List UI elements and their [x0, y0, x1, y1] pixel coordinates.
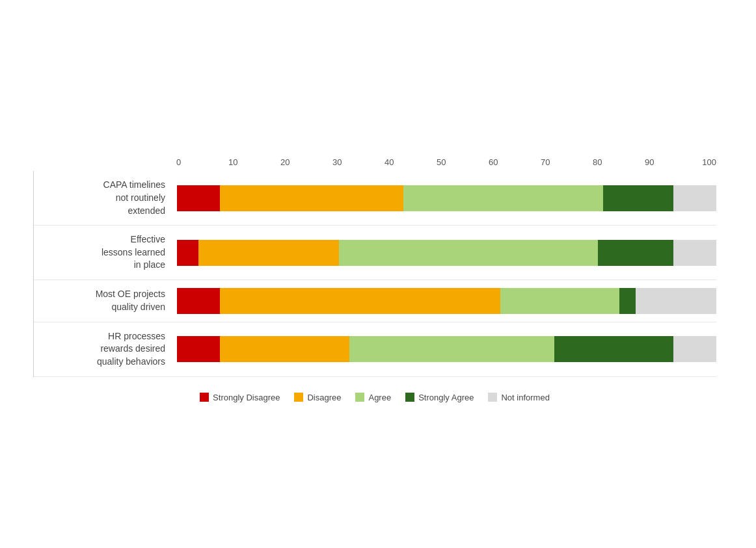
legend-box-4	[488, 393, 497, 402]
segments-1	[177, 240, 716, 266]
x-tick-50: 50	[437, 157, 489, 167]
row-label-0: CAPA timelinesnot routinelyextended	[34, 179, 177, 217]
legend-box-1	[294, 393, 303, 402]
chart-row-3: HR processesrewards desiredquality behav…	[34, 322, 716, 377]
x-tick-0: 0	[176, 157, 228, 167]
legend-label-0: Strongly Disagree	[213, 393, 280, 402]
segment-stronglyAgree-3	[554, 336, 673, 362]
x-tick-10: 10	[228, 157, 280, 167]
bar-wrapper-3	[177, 336, 716, 362]
legend-item-3: Strongly Agree	[405, 393, 474, 402]
x-axis: 0102030405060708090100	[176, 157, 716, 167]
segment-stronglyAgree-0	[603, 185, 673, 211]
x-tick-80: 80	[593, 157, 645, 167]
legend-box-0	[200, 393, 209, 402]
legend-label-3: Strongly Agree	[418, 393, 474, 402]
segment-stronglyDisagree-3	[177, 336, 220, 362]
legend: Strongly DisagreeDisagreeAgreeStrongly A…	[33, 393, 716, 402]
chart-row-1: Effectivelessons learnedin place	[34, 226, 716, 280]
legend-box-3	[405, 393, 414, 402]
segment-stronglyDisagree-1	[177, 240, 198, 266]
chart-rows: CAPA timelinesnot routinelyextendedEffec…	[33, 171, 716, 376]
x-tick-40: 40	[385, 157, 437, 167]
segments-0	[177, 185, 716, 211]
segment-agree-3	[349, 336, 554, 362]
segment-disagree-3	[220, 336, 349, 362]
chart-container: 0102030405060708090100 CAPA timelinesnot…	[20, 133, 736, 415]
x-tick-70: 70	[541, 157, 593, 167]
row-label-3: HR processesrewards desiredquality behav…	[34, 330, 177, 369]
legend-item-0: Strongly Disagree	[200, 393, 280, 402]
segments-3	[177, 336, 716, 362]
legend-label-2: Agree	[368, 393, 391, 402]
chart-row-2: Most OE projectsquality driven	[34, 280, 716, 322]
legend-item-4: Not informed	[488, 393, 549, 402]
x-tick-100: 100	[697, 157, 716, 167]
chart-area: 0102030405060708090100 CAPA timelinesnot…	[33, 157, 716, 376]
x-tick-60: 60	[489, 157, 541, 167]
segment-agree-2	[500, 288, 619, 314]
segment-notInformed-2	[636, 288, 716, 314]
segment-agree-0	[403, 185, 603, 211]
x-tick-20: 20	[280, 157, 332, 167]
bar-wrapper-0	[177, 185, 716, 211]
segment-stronglyDisagree-0	[177, 185, 220, 211]
legend-item-1: Disagree	[294, 393, 341, 402]
segments-2	[177, 288, 716, 314]
segment-disagree-2	[220, 288, 500, 314]
legend-label-1: Disagree	[307, 393, 341, 402]
x-tick-30: 30	[332, 157, 385, 167]
segment-stronglyAgree-1	[598, 240, 673, 266]
bar-wrapper-1	[177, 240, 716, 266]
row-label-1: Effectivelessons learnedin place	[34, 233, 177, 272]
row-label-2: Most OE projectsquality driven	[34, 288, 177, 313]
x-tick-90: 90	[645, 157, 697, 167]
legend-box-2	[355, 393, 364, 402]
segment-disagree-1	[198, 240, 339, 266]
segment-notInformed-3	[673, 336, 716, 362]
segment-stronglyDisagree-2	[177, 288, 220, 314]
segment-notInformed-1	[673, 240, 716, 266]
segment-disagree-0	[220, 185, 403, 211]
legend-label-4: Not informed	[501, 393, 549, 402]
segment-agree-1	[339, 240, 598, 266]
segment-stronglyAgree-2	[619, 288, 636, 314]
chart-row-0: CAPA timelinesnot routinelyextended	[34, 171, 716, 226]
bar-wrapper-2	[177, 288, 716, 314]
legend-item-2: Agree	[355, 393, 391, 402]
segment-notInformed-0	[673, 185, 716, 211]
